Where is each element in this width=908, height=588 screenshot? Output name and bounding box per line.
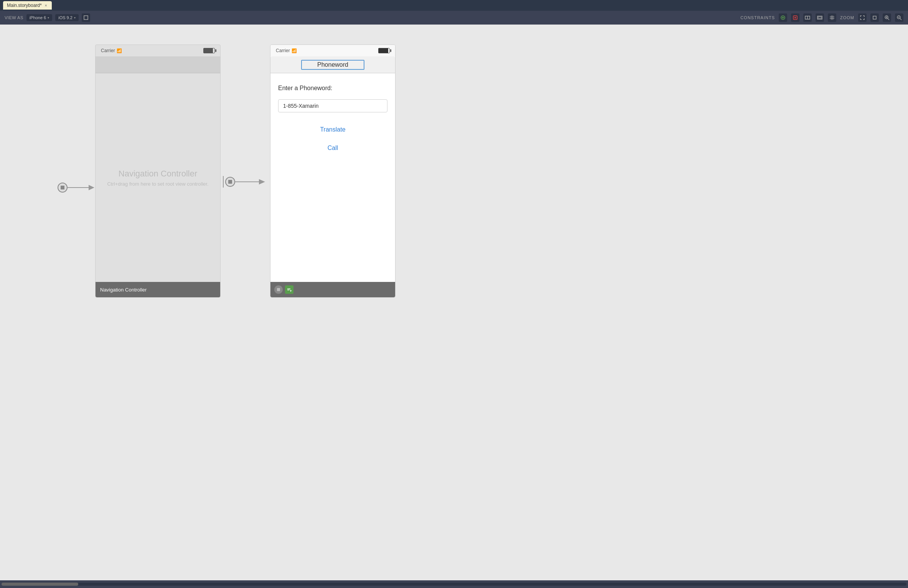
- close-tab-button[interactable]: ×: [44, 3, 48, 7]
- device-label: iPhone 6: [30, 15, 46, 20]
- svg-rect-0: [84, 16, 88, 20]
- connector-arrow-line: [235, 176, 266, 188]
- nav-controller-subtitle: Ctrl+drag from here to set root view con…: [107, 181, 208, 187]
- add-constraints-button[interactable]: [779, 13, 787, 22]
- phoneword-footer: [270, 282, 395, 297]
- connector-arrow-square: [228, 180, 232, 184]
- nav-controller-status-bar: Carrier 📶: [96, 45, 220, 56]
- svg-rect-15: [873, 16, 876, 19]
- phoneword-controller-box: Carrier 📶 Phoneword Enter a Phoneword: 1…: [270, 44, 395, 298]
- entry-arrow-square: [61, 186, 64, 189]
- connector-arrow: [221, 176, 266, 188]
- toolbar: VIEW AS iPhone 6 ▾ iOS 9.2 ▾ CONSTRAINTS: [0, 11, 908, 25]
- phoneword-carrier-text: Carrier: [276, 48, 290, 53]
- device-caret-icon: ▾: [48, 16, 49, 20]
- translate-button[interactable]: Translate: [278, 126, 387, 133]
- phoneword-status-bar: Carrier 📶: [270, 45, 395, 56]
- nav-carrier-text: Carrier: [101, 48, 115, 53]
- ios-label: iOS 9.2: [58, 15, 73, 20]
- constraints-label: CONSTRAINTS: [740, 15, 775, 20]
- enter-phoneword-label: Enter a Phoneword:: [278, 85, 387, 92]
- nav-controller-body: Navigation Controller Ctrl+drag from her…: [96, 73, 220, 282]
- svg-rect-10: [818, 17, 821, 18]
- scrollbar-track[interactable]: [2, 583, 906, 586]
- svg-marker-27: [259, 179, 265, 184]
- ios-caret-icon: ▾: [74, 16, 76, 20]
- main-storyboard-tab[interactable]: Main.storyboard* ×: [3, 1, 52, 10]
- resolve-constraints-button[interactable]: [791, 13, 799, 22]
- title-bar: Main.storyboard* ×: [0, 0, 908, 11]
- size-button[interactable]: [816, 13, 824, 22]
- device-selector[interactable]: iPhone 6 ▾: [26, 14, 52, 21]
- phoneword-view-content: Enter a Phoneword: 1-855-Xamarin Transla…: [270, 73, 395, 282]
- call-button[interactable]: Call: [278, 145, 387, 152]
- scrollbar-thumb[interactable]: [2, 583, 78, 586]
- entry-arrow-line: [68, 182, 94, 193]
- zoom-in-button[interactable]: [883, 13, 891, 22]
- entry-arrow: [58, 182, 94, 193]
- svg-marker-24: [89, 185, 94, 190]
- entry-arrow-circle: [58, 183, 68, 193]
- nav-controller-footer: Navigation Controller: [96, 282, 220, 297]
- storyboard-canvas[interactable]: Carrier 📶 Navigation Controller Ctrl+dra…: [0, 25, 908, 580]
- zoom-actual-button[interactable]: [870, 13, 879, 22]
- navigation-controller-box: Carrier 📶 Navigation Controller Ctrl+dra…: [95, 44, 221, 298]
- phoneword-wifi-icon: 📶: [292, 48, 297, 53]
- phoneword-nav-title-box: Phoneword: [301, 60, 364, 70]
- scrollbar-bottom[interactable]: [0, 580, 908, 588]
- connector-line-start: [221, 176, 225, 188]
- layout-button[interactable]: [803, 13, 812, 22]
- nav-battery-icon: [203, 48, 215, 53]
- tab-label: Main.storyboard*: [7, 3, 42, 8]
- device-orientation-button[interactable]: [82, 13, 90, 22]
- zoom-fit-button[interactable]: [858, 13, 867, 22]
- ios-selector[interactable]: iOS 9.2 ▾: [55, 14, 79, 21]
- grid-button[interactable]: [828, 13, 836, 22]
- phoneword-footer-circle-icon: [274, 285, 283, 294]
- zoom-out-button[interactable]: [895, 13, 903, 22]
- nav-controller-navbar: [96, 56, 220, 73]
- phoneword-nav-title: Phoneword: [317, 61, 348, 68]
- toolbar-right: CONSTRAINTS: [740, 13, 903, 22]
- svg-marker-31: [290, 290, 292, 292]
- view-as-label: VIEW AS: [5, 15, 23, 20]
- phoneword-footer-square-icon: [285, 285, 293, 294]
- svg-rect-28: [277, 288, 280, 291]
- nav-controller-footer-label: Navigation Controller: [100, 287, 147, 293]
- nav-wifi-icon: 📶: [117, 48, 122, 53]
- svg-line-22: [900, 18, 901, 20]
- zoom-label: ZOOM: [840, 15, 854, 20]
- phoneword-nav-bar: Phoneword: [270, 56, 395, 73]
- phoneword-input[interactable]: 1-855-Xamarin: [278, 99, 387, 112]
- nav-controller-title: Navigation Controller: [119, 169, 197, 179]
- connector-arrow-circle: [225, 177, 235, 187]
- phoneword-battery-icon: [378, 48, 390, 53]
- svg-line-19: [888, 18, 889, 20]
